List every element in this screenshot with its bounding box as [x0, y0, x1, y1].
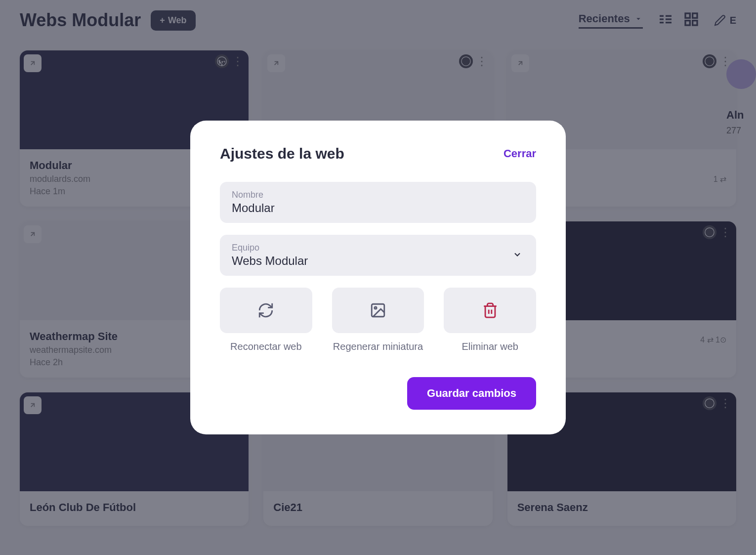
modal-footer: Guardar cambios: [220, 377, 536, 410]
save-button[interactable]: Guardar cambios: [407, 377, 536, 410]
name-field[interactable]: Nombre: [220, 182, 536, 223]
name-input[interactable]: [232, 201, 524, 215]
team-label: Equipo: [232, 243, 524, 253]
trash-icon: [482, 302, 499, 319]
name-label: Nombre: [232, 190, 524, 200]
image-icon: [370, 302, 386, 319]
refresh-icon: [257, 302, 274, 319]
delete-button[interactable]: [444, 288, 536, 333]
team-field[interactable]: Equipo Webs Modular: [220, 235, 536, 276]
reconnect-action: Reconectar web: [220, 288, 312, 352]
reconnect-button[interactable]: [220, 288, 312, 333]
modal-title: Ajustes de la web: [220, 145, 344, 162]
team-value: Webs Modular: [232, 254, 524, 268]
regenerate-label: Regenerar miniatura: [332, 341, 424, 352]
regenerate-button[interactable]: [332, 288, 424, 333]
chevron-down-icon: [512, 250, 522, 261]
modal-overlay[interactable]: Ajustes de la web Cerrar Nombre Equipo W…: [0, 0, 756, 555]
action-grid: Reconectar web Regenerar miniatura Elimi…: [220, 288, 536, 352]
reconnect-label: Reconectar web: [220, 341, 312, 352]
modal-header: Ajustes de la web Cerrar: [220, 145, 536, 162]
regenerate-action: Regenerar miniatura: [332, 288, 424, 352]
close-button[interactable]: Cerrar: [504, 147, 536, 160]
delete-action: Eliminar web: [444, 288, 536, 352]
delete-label: Eliminar web: [444, 341, 536, 352]
svg-point-27: [375, 307, 377, 309]
settings-modal: Ajustes de la web Cerrar Nombre Equipo W…: [190, 121, 566, 434]
